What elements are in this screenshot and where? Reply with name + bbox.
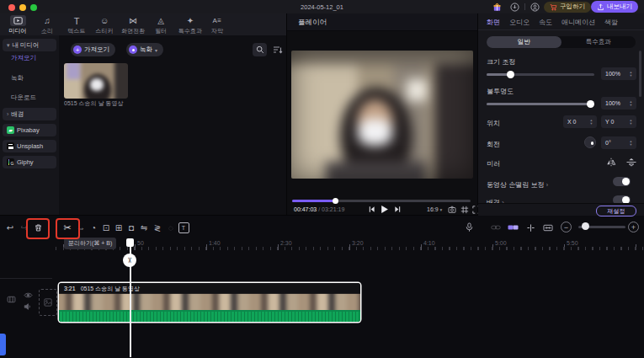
tab-filter[interactable]: ◬ 필터 — [145, 15, 177, 35]
chroma-key-icon[interactable]: ◌ — [164, 221, 178, 234]
previous-frame-button[interactable] — [368, 206, 375, 213]
undo-icon[interactable]: ↩ — [3, 221, 17, 234]
marker-icon[interactable] — [524, 221, 537, 234]
tab-sound[interactable]: ♫ 소리 — [31, 15, 63, 35]
opacity-slider[interactable] — [487, 103, 594, 105]
tab-media[interactable]: 미디어 — [2, 15, 34, 35]
grid-crop-icon[interactable] — [460, 206, 469, 214]
chevron-down-icon: ▾ — [155, 47, 157, 53]
rotation-dial-dot — [591, 142, 594, 145]
scale-value-box[interactable]: 100% ▴▾ — [601, 67, 636, 80]
stepper-icon[interactable]: ▴▾ — [588, 119, 597, 125]
rotation-dial[interactable] — [584, 136, 596, 148]
magic-wand-icon: ✦ — [184, 15, 197, 26]
pixabay-label: Pixabay — [17, 126, 40, 134]
track-mute-icon[interactable] — [24, 302, 32, 311]
search-button[interactable] — [253, 43, 267, 56]
align-icon[interactable]: ≷ — [151, 221, 164, 234]
timeline-clip[interactable]: 3:21 0515 스승의 날 동영상 — [59, 283, 360, 322]
zoom-out-button[interactable]: − — [561, 222, 572, 232]
total-time: 03:21:19 — [322, 206, 344, 212]
sidebar-item-unsplash[interactable]: Unsplash — [3, 140, 56, 152]
sidebar-item-import[interactable]: 가져오기 — [11, 54, 36, 62]
opacity-slider-handle[interactable] — [587, 100, 594, 108]
crop-icon[interactable]: ⊡ — [99, 221, 113, 234]
track-header-divider — [0, 278, 52, 279]
tab-animation[interactable]: 애니메이션 — [562, 18, 595, 27]
flip-vertical-icon[interactable] — [625, 158, 637, 167]
inspector-scrollbar[interactable] — [639, 51, 641, 97]
titlebar-divider — [524, 3, 525, 10]
stepper-icon[interactable]: ▴▾ — [627, 140, 636, 146]
stepper-icon[interactable]: ▴▾ — [627, 100, 636, 106]
sidebar-item-giphy[interactable]: G Giphy — [3, 156, 56, 168]
track-visibility-icon[interactable] — [24, 291, 33, 299]
subtab-general[interactable]: 일반 — [487, 36, 562, 48]
tab-captions[interactable]: A≡ 자막 — [201, 15, 233, 35]
fit-timeline-icon[interactable] — [541, 221, 555, 234]
playback-progress-bar[interactable] — [292, 200, 471, 202]
tab-sticker[interactable]: ☺ 스티커 — [88, 15, 120, 35]
timeline-zoom-handle[interactable] — [582, 222, 589, 230]
tab-screen[interactable]: 화면 — [487, 18, 500, 27]
scale-slider[interactable] — [487, 73, 594, 76]
link-icon[interactable] — [489, 221, 503, 234]
tab-captions-label: 자막 — [211, 27, 223, 35]
purchase-button[interactable]: 구입하기 — [544, 2, 591, 13]
export-button[interactable]: 내보내기 — [591, 1, 638, 13]
delete-icon[interactable] — [31, 221, 45, 234]
sidebar-item-pixabay[interactable]: ▰ Pixabay — [3, 124, 56, 136]
profile-icon[interactable] — [530, 3, 540, 12]
media-thumbnail[interactable] — [64, 63, 128, 99]
timeline-ruler[interactable] — [56, 247, 644, 250]
play-button[interactable] — [380, 205, 389, 214]
mirror-label: 미러 — [487, 159, 500, 168]
record-button[interactable]: 녹화 ▾ — [126, 43, 163, 56]
cover-placeholder[interactable] — [39, 289, 57, 316]
zoom-in-button[interactable]: + — [628, 222, 639, 232]
tab-audio[interactable]: 오디오 — [509, 18, 530, 27]
position-x-box[interactable]: X 0 ▴▾ — [563, 115, 597, 128]
text-box-icon[interactable]: T — [177, 221, 190, 234]
opacity-value-box[interactable]: 100% ▴▾ — [601, 97, 636, 110]
chevron-right-icon: › — [7, 111, 8, 117]
redo-icon[interactable]: ↪ — [18, 221, 31, 234]
overlap-tracks-icon[interactable] — [506, 221, 519, 234]
import-button[interactable]: + 가져오기 — [71, 43, 115, 56]
stabilize-toggle[interactable] — [613, 177, 631, 186]
microphone-icon[interactable] — [462, 221, 476, 234]
sidebar-item-downloads[interactable]: 다운로드 — [11, 94, 36, 102]
sidebar-item-record[interactable]: 녹화 — [11, 74, 24, 83]
position-y-box[interactable]: Y 0 ▴▾ — [601, 115, 636, 128]
freeze-frame-icon[interactable]: ◘ — [125, 221, 138, 234]
playhead-split-badge[interactable]: ✂ — [123, 254, 136, 267]
flip-horizontal-icon[interactable] — [605, 158, 617, 167]
aspect-ratio-selector[interactable]: 16:9 ▾ — [427, 206, 442, 212]
subtab-effects[interactable]: 특수효과 — [562, 36, 636, 48]
scale-slider-handle[interactable] — [507, 71, 514, 78]
speed-icon[interactable]: ◔ — [87, 221, 100, 234]
mirror-icon[interactable]: ⇋ — [137, 221, 151, 234]
sidebar-item-background[interactable]: › 배경 — [3, 108, 56, 120]
purchase-label: 구입하기 — [560, 3, 585, 11]
stepper-icon[interactable]: ▴▾ — [627, 71, 636, 77]
next-frame-button[interactable] — [394, 206, 402, 213]
text-icon: T — [71, 15, 83, 26]
duplicate-icon[interactable]: ⊞ — [112, 221, 125, 234]
tab-effects-label: 특수효과 — [178, 27, 202, 35]
snapshot-icon[interactable] — [448, 206, 456, 214]
tab-color[interactable]: 색깔 — [604, 18, 618, 27]
position-x-value: X 0 — [567, 119, 588, 125]
stepper-icon[interactable]: ▴▾ — [627, 119, 636, 125]
download-icon[interactable] — [510, 3, 519, 12]
progress-handle[interactable] — [333, 198, 338, 204]
split-scissors-icon[interactable]: ✂ — [61, 221, 74, 234]
sidebar-my-media-header[interactable]: ▾ 내 미디어 — [3, 39, 56, 51]
rotate-value-box[interactable]: 0° ▴▾ — [601, 136, 636, 149]
sort-icon[interactable] — [273, 45, 283, 55]
gift-icon[interactable] — [492, 3, 502, 12]
tab-speed[interactable]: 속도 — [539, 18, 552, 27]
reset-button[interactable]: 재설정 — [596, 206, 636, 216]
range-select-icon[interactable]: ⇔ — [74, 221, 88, 234]
playhead-handle[interactable] — [126, 238, 134, 247]
